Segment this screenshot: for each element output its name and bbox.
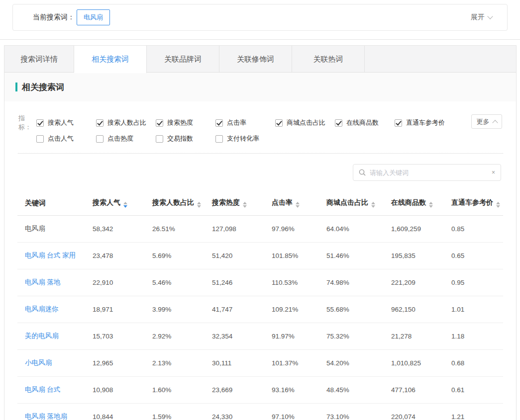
- table-row: 小电风扇 12,965 2.13% 30,111 101.37% 54.20% …: [17, 350, 503, 377]
- metric-checkbox-mall-click-share[interactable]: 商城点击占比: [275, 118, 335, 127]
- value-cell: 0.65: [451, 243, 503, 269]
- tab-related-brand-words[interactable]: 关联品牌词: [147, 46, 219, 72]
- checkbox-unchecked-icon[interactable]: [96, 135, 104, 143]
- value-cell: 2.13%: [152, 350, 212, 377]
- col-header-label: 搜索人数占比: [152, 198, 194, 206]
- value-cell: 73.10%: [326, 404, 391, 420]
- checkbox-checked-icon[interactable]: [215, 119, 223, 127]
- value-cell: 64.04%: [326, 216, 391, 243]
- metric-checkbox-searcher-share[interactable]: 搜索人数占比: [96, 118, 156, 127]
- metric-checkbox-transaction-index[interactable]: 交易指数: [156, 134, 215, 143]
- expand-button-label: 展开: [471, 13, 485, 22]
- metric-checkbox-click-heat[interactable]: 点击热度: [96, 134, 156, 143]
- more-button-label: 更多: [477, 117, 490, 126]
- checkbox-checked-icon[interactable]: [335, 119, 342, 127]
- metric-filter-row-2: 点击人气 点击热度 交易指数 支付转化率: [36, 132, 516, 145]
- value-cell: 1.59%: [152, 404, 212, 420]
- value-cell: 97.96%: [272, 216, 326, 243]
- value-cell: 2.92%: [152, 323, 212, 350]
- value-cell: 41,747: [212, 296, 272, 323]
- table-header-row: 关键词 搜索人气 搜索人数占比 搜索热度 点击率 商城点击占比 在线商品数 直通…: [17, 192, 503, 216]
- metric-checkbox-payment-conversion[interactable]: 支付转化率: [215, 134, 275, 143]
- keyword-link[interactable]: 电风扇 落地: [17, 269, 93, 296]
- more-button[interactable]: 更多: [471, 114, 502, 129]
- col-header-search-popularity[interactable]: 搜索人气: [93, 192, 152, 216]
- checkbox-unchecked-icon[interactable]: [36, 135, 44, 143]
- value-cell: 93.16%: [272, 377, 326, 404]
- value-cell: 51.46%: [326, 243, 391, 269]
- checkbox-checked-icon[interactable]: [395, 119, 402, 127]
- metric-checkbox-search-heat[interactable]: 搜索热度: [156, 118, 215, 127]
- value-cell: 0.95: [451, 269, 503, 296]
- value-cell: 1,609,259: [391, 216, 451, 243]
- sort-icon[interactable]: [123, 202, 127, 208]
- metric-checkbox-search-popularity[interactable]: 搜索人气: [36, 118, 96, 127]
- chevron-down-icon: [487, 13, 493, 19]
- value-cell: 477,106: [391, 377, 451, 404]
- sort-icon[interactable]: [496, 202, 500, 208]
- value-cell: 10,844: [93, 404, 152, 420]
- tab-related-hot-words[interactable]: 关联热词: [292, 46, 365, 72]
- metric-checkbox-click-popularity[interactable]: 点击人气: [36, 134, 96, 143]
- metric-checkbox-click-rate[interactable]: 点击率: [215, 118, 275, 127]
- checkbox-checked-icon[interactable]: [36, 119, 44, 127]
- keyword-cell: 电风扇: [17, 216, 93, 243]
- col-header-searcher-share[interactable]: 搜索人数占比: [152, 192, 212, 216]
- checkbox-checked-icon[interactable]: [275, 119, 283, 127]
- value-cell: 32,354: [212, 323, 272, 350]
- sort-icon[interactable]: [243, 202, 247, 208]
- metric-label: 搜索人气: [48, 118, 74, 127]
- section-accent-bar: [15, 83, 17, 91]
- col-header-mall-click-share[interactable]: 商城点击占比: [326, 192, 391, 216]
- keyword-search-input[interactable]: [370, 169, 492, 176]
- keyword-search-box[interactable]: ×: [353, 164, 501, 181]
- value-cell: 97.10%: [272, 404, 326, 420]
- sort-icon[interactable]: [296, 202, 300, 208]
- keyword-link[interactable]: 小电风扇: [17, 350, 93, 377]
- tab-related-search-words[interactable]: 相关搜索词: [74, 46, 147, 73]
- col-header-ztc-reference-price[interactable]: 直通车参考价: [451, 192, 503, 216]
- col-header-search-heat[interactable]: 搜索热度: [212, 192, 272, 216]
- value-cell: 74.98%: [326, 269, 391, 296]
- value-cell: 0.85: [451, 216, 503, 243]
- value-cell: 195,835: [391, 243, 451, 269]
- checkbox-checked-icon[interactable]: [96, 119, 104, 127]
- main-panel: 搜索词详情 相关搜索词 关联品牌词 关联修饰词 关联热词 相关搜索词 指标： 搜…: [4, 45, 517, 420]
- metric-label: 点击人气: [48, 134, 74, 143]
- tab-search-word-detail[interactable]: 搜索词详情: [4, 46, 74, 72]
- col-header-online-products[interactable]: 在线商品数: [391, 192, 451, 216]
- current-search-term-label: 当前搜索词：: [33, 13, 75, 22]
- keyword-link[interactable]: 电风扇 台式 家用: [17, 243, 93, 269]
- metric-checkbox-online-products[interactable]: 在线商品数: [335, 118, 395, 127]
- checkbox-unchecked-icon[interactable]: [156, 135, 163, 143]
- table-row: 电风扇 落地扇 10,844 1.59% 24,330 97.10% 73.10…: [17, 404, 503, 420]
- col-header-click-rate[interactable]: 点击率: [272, 192, 326, 216]
- col-header-keyword: 关键词: [17, 192, 93, 216]
- value-cell: 58,342: [93, 216, 152, 243]
- checkbox-checked-icon[interactable]: [156, 119, 163, 127]
- metric-label: 点击热度: [107, 134, 133, 143]
- dotted-divider: [18, 153, 503, 154]
- metric-checkbox-ztc-reference-price[interactable]: 直通车参考价: [395, 118, 454, 127]
- sort-icon[interactable]: [371, 202, 375, 208]
- col-header-label: 商城点击占比: [326, 198, 368, 206]
- value-cell: 30,111: [212, 350, 272, 377]
- keyword-link[interactable]: 电风扇迷你: [17, 296, 93, 323]
- value-cell: 0.61: [451, 377, 503, 404]
- current-keyword-tag[interactable]: 电风扇: [77, 9, 110, 25]
- table-row: 电风扇 落地 22,910 5.46% 51,246 110.53% 74.98…: [17, 269, 503, 296]
- keyword-link[interactable]: 电风扇 落地扇: [17, 404, 93, 420]
- sort-icon[interactable]: [197, 202, 201, 208]
- expand-button[interactable]: 展开: [471, 13, 492, 22]
- value-cell: 5.69%: [152, 243, 212, 269]
- keyword-link[interactable]: 美的电风扇: [17, 323, 93, 350]
- metric-filter-block: 指标： 搜索人气 搜索人数占比 搜索热度 点击率 商城点击占比: [4, 101, 516, 154]
- tab-related-modifier-words[interactable]: 关联修饰词: [219, 46, 292, 72]
- keyword-link[interactable]: 电风扇 台式: [17, 377, 93, 404]
- col-header-label: 点击率: [272, 198, 293, 206]
- clear-icon[interactable]: ×: [492, 169, 495, 175]
- sort-icon[interactable]: [429, 202, 433, 208]
- col-header-label: 在线商品数: [391, 198, 426, 206]
- value-cell: 23,478: [93, 243, 152, 269]
- checkbox-unchecked-icon[interactable]: [215, 135, 223, 143]
